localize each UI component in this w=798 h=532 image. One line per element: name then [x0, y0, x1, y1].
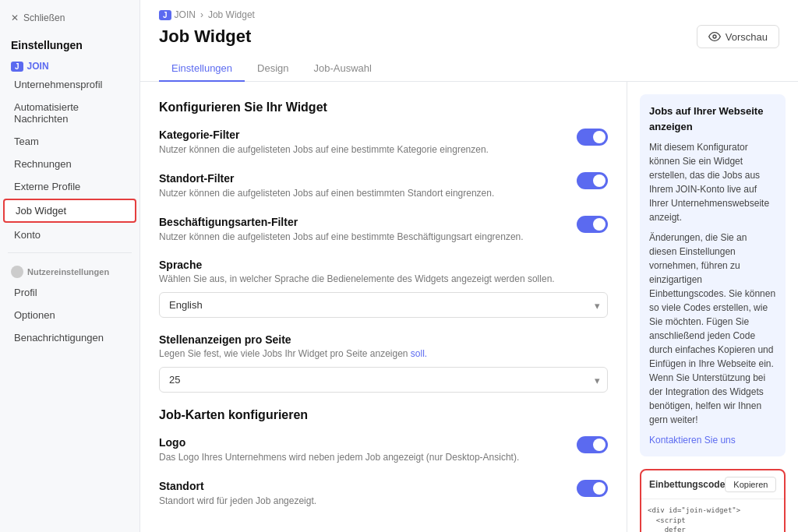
sidebar-join-group: J JOIN	[0, 58, 139, 73]
preview-label: Vorschau	[726, 31, 768, 43]
sprache-desc: Wählen Sie aus, in welcher Sprache die B…	[159, 273, 608, 284]
sidebar: ✕ Schließen Einstellungen J JOIN Unterne…	[0, 0, 140, 532]
configure-title: Konfigurieren Sie Ihr Widget	[159, 100, 608, 115]
page-header: J JOIN › Job Widget Job Widget Vorschau …	[140, 0, 798, 82]
logo-slider	[577, 436, 608, 453]
standort-label-group: Standort Standort wird für jeden Job ang…	[159, 480, 316, 508]
close-icon: ✕	[11, 12, 19, 23]
stellen-desc: Legen Sie fest, wie viele Jobs Ihr Widge…	[159, 348, 608, 359]
svg-point-0	[713, 35, 716, 38]
stellen-select[interactable]: 10 25 50 100	[159, 367, 608, 393]
logo-desc: Das Logo Ihres Unternehmens wird neben j…	[159, 451, 519, 464]
page-title-row: Job Widget Vorschau	[159, 25, 779, 48]
standort-item: Standort Standort wird für jeden Job ang…	[159, 480, 608, 508]
kategorie-filter-label: Kategorie-Filter	[159, 129, 489, 141]
join-badge: J	[11, 62, 23, 72]
preview-button[interactable]: Vorschau	[697, 25, 779, 48]
jobkarten-title: Job-Karten konfigurieren	[159, 408, 608, 422]
stellen-select-wrapper: 10 25 50 100 ▾	[159, 367, 608, 393]
sprache-section: Sprache Wählen Sie aus, in welcher Sprac…	[159, 259, 608, 318]
embed-title: Einbettungscode	[649, 479, 725, 490]
stellen-section: Stellenanzeigen pro Seite Legen Sie fest…	[159, 333, 608, 393]
sidebar-item-automatisierte[interactable]: Automatisierte Nachrichten	[3, 97, 136, 129]
kategorie-filter-toggle[interactable]	[577, 129, 608, 146]
standort-header: Standort Standort wird für jeden Job ang…	[159, 480, 608, 508]
right-panel: Jobs auf Ihrer Webseite anzeigen Mit die…	[627, 82, 798, 532]
logo-label-group: Logo Das Logo Ihres Unternehmens wird ne…	[159, 436, 519, 464]
logo-header: Logo Das Logo Ihres Unternehmens wird ne…	[159, 436, 608, 464]
beschaeftigung-filter-label-group: Beschäftigungsarten-Filter Nutzer können…	[159, 216, 524, 244]
beschaeftigung-filter-label: Beschäftigungsarten-Filter	[159, 216, 524, 228]
breadcrumb: J JOIN › Job Widget	[159, 9, 779, 20]
breadcrumb-separator: ›	[200, 9, 203, 20]
kategorie-filter-desc: Nutzer können die aufgelisteten Jobs auf…	[159, 143, 489, 157]
settings-panel: Konfigurieren Sie Ihr Widget Kategorie-F…	[140, 82, 627, 532]
sidebar-item-team[interactable]: Team	[3, 131, 136, 152]
logo-label: Logo	[159, 436, 519, 449]
embed-box: Einbettungscode Kopieren <div id="join-w…	[640, 469, 786, 532]
info-box-text1: Mit diesem Konfigurator können Sie ein W…	[649, 140, 776, 224]
kategorie-filter-label-group: Kategorie-Filter Nutzer können die aufge…	[159, 129, 489, 157]
sidebar-nutzereinstellungen-group: Nutzereinstellungen	[0, 259, 139, 281]
standort-filter-toggle[interactable]	[577, 172, 608, 189]
kategorie-filter-header: Kategorie-Filter Nutzer können die aufge…	[159, 129, 608, 157]
sidebar-item-externe-profile[interactable]: Externe Profile	[3, 176, 136, 197]
tab-bar: Einstellungen Design Job-Auswahl	[159, 56, 779, 81]
sidebar-divider	[8, 252, 132, 253]
beschaeftigung-filter-item: Beschäftigungsarten-Filter Nutzer können…	[159, 216, 608, 244]
sidebar-item-konto[interactable]: Konto	[3, 224, 136, 245]
standort-slider	[577, 480, 608, 497]
standort-filter-header: Standort-Filter Nutzer können die aufgel…	[159, 172, 608, 200]
beschaeftigung-filter-toggle[interactable]	[577, 216, 608, 233]
beschaeftigung-filter-slider	[577, 216, 608, 233]
standort-filter-label-group: Standort-Filter Nutzer können die aufgel…	[159, 172, 494, 200]
sidebar-item-optionen[interactable]: Optionen	[3, 305, 136, 326]
info-box-title: Jobs auf Ihrer Webseite anzeigen	[649, 104, 776, 134]
sidebar-item-unternehmensprofil[interactable]: Unternehmensprofil	[3, 74, 136, 95]
breadcrumb-join: J JOIN	[159, 9, 196, 20]
contact-link[interactable]: Kontaktieren Sie uns	[649, 435, 736, 446]
content-area: Konfigurieren Sie Ihr Widget Kategorie-F…	[140, 82, 798, 532]
close-label: Schließen	[23, 12, 65, 23]
sprache-label: Sprache	[159, 259, 608, 271]
copy-button[interactable]: Kopieren	[725, 477, 776, 492]
sidebar-item-job-widget[interactable]: Job Widget	[3, 199, 136, 223]
page-title: Job Widget	[159, 26, 251, 47]
stellen-label: Stellenanzeigen pro Seite	[159, 333, 608, 346]
standort-filter-slider	[577, 172, 608, 189]
standort-filter-item: Standort-Filter Nutzer können die aufgel…	[159, 172, 608, 200]
embed-code[interactable]: <div id="join-widget"> <script defer typ…	[641, 499, 784, 532]
eye-icon	[708, 30, 721, 43]
info-box: Jobs auf Ihrer Webseite anzeigen Mit die…	[640, 94, 786, 456]
standort-label: Standort	[159, 480, 316, 492]
standort-filter-desc: Nutzer können die aufgelisteten Jobs auf…	[159, 187, 494, 200]
logo-item: Logo Das Logo Ihres Unternehmens wird ne…	[159, 436, 608, 464]
kategorie-filter-item: Kategorie-Filter Nutzer können die aufge…	[159, 129, 608, 157]
sidebar-item-benachrichtigungen[interactable]: Benachrichtigungen	[3, 327, 136, 348]
tab-job-auswahl[interactable]: Job-Auswahl	[302, 56, 384, 82]
sprache-select[interactable]: English Deutsch Français Español	[159, 292, 608, 318]
sidebar-item-rechnungen[interactable]: Rechnungen	[3, 153, 136, 174]
standort-toggle[interactable]	[577, 480, 608, 497]
breadcrumb-badge: J	[159, 10, 171, 20]
tab-design[interactable]: Design	[245, 56, 301, 82]
tab-einstellungen[interactable]: Einstellungen	[159, 56, 245, 82]
standort-desc: Standort wird für jeden Job angezeigt.	[159, 495, 316, 508]
info-box-text2: Änderungen, die Sie an diesen Einstellun…	[649, 231, 776, 427]
sidebar-item-profil[interactable]: Profil	[3, 282, 136, 303]
breadcrumb-join-label: JOIN	[175, 9, 196, 20]
sprache-select-wrapper: English Deutsch Français Español ▾	[159, 292, 608, 318]
sidebar-section-title: Einstellungen	[0, 31, 139, 58]
stellen-link[interactable]: soll.	[411, 348, 427, 359]
main-content: J JOIN › Job Widget Job Widget Vorschau …	[140, 0, 798, 532]
user-icon	[11, 266, 23, 278]
beschaeftigung-filter-header: Beschäftigungsarten-Filter Nutzer können…	[159, 216, 608, 244]
breadcrumb-page: Job Widget	[208, 9, 255, 20]
beschaeftigung-filter-desc: Nutzer können die aufgelisteten Jobs auf…	[159, 231, 524, 244]
logo-toggle[interactable]	[577, 436, 608, 453]
close-button[interactable]: ✕ Schließen	[0, 0, 139, 31]
embed-header: Einbettungscode Kopieren	[641, 470, 784, 499]
kategorie-filter-slider	[577, 129, 608, 146]
standort-filter-label: Standort-Filter	[159, 172, 494, 185]
